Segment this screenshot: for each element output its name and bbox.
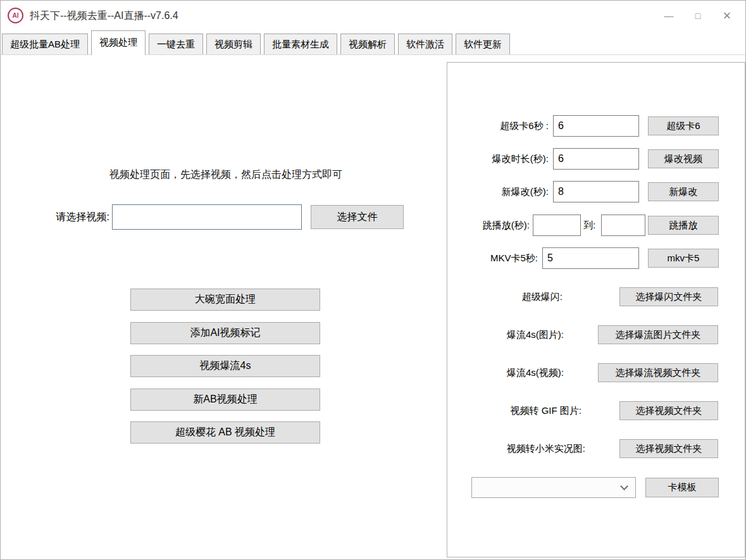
select-burst-image-folder-button[interactable]: 选择爆流图片文件夹 [598,325,718,344]
jump-from-input[interactable] [533,215,581,236]
tab-batch-material[interactable]: 批量素材生成 [264,34,337,54]
super-flash-row: 超级爆闪: 选择爆闪文件夹 [447,287,745,306]
instruction-text: 视频处理页面，先选择视频，然后点击处理方式即可 [64,168,388,182]
select-video-folder-gif-button[interactable]: 选择视频文件夹 [619,401,718,420]
burst4s-image-row: 爆流4s(图片): 选择爆流图片文件夹 [447,325,745,344]
video-to-gif-row: 视频转 GIF 图片: 选择视频文件夹 [447,401,745,420]
burst-duration-row: 爆改时长(秒): 爆改视频 [447,148,745,170]
mkv-card5-row: MKV卡5秒: mkv卡5 [447,247,745,269]
jump-play-row: 跳播放(秒): 到: 跳播放 [447,215,745,236]
burst-duration-input[interactable] [553,148,639,170]
select-video-label: 请选择视频: [26,204,109,230]
right-panel: 超级卡6秒 : 超级卡6 爆改时长(秒): 爆改视频 新爆改(秒): 新爆改 跳… [447,62,745,557]
super-card6-label: 超级卡6秒 : [447,115,549,137]
mkv-card5-input[interactable] [542,247,639,269]
window-title: 抖天下--视频去重--AI直播--v7.6.4 [30,1,178,30]
tab-super-batch-ab[interactable]: 超级批量AB处理 [2,34,88,54]
video-to-xiaomi-live-label: 视频转小米实况图: [447,439,585,458]
tab-video-process[interactable]: 视频处理 [91,30,146,55]
app-logo-icon: AI [8,8,23,23]
jump-to-label: 到: [583,215,599,236]
close-icon[interactable]: × [712,1,742,30]
card-template-row: 卡模板 [447,477,745,499]
tab-one-key-dedup[interactable]: 一键去重 [149,34,203,54]
super-card6-button[interactable]: 超级卡6 [648,116,719,135]
new-ab-video-process-button[interactable]: 新AB视频处理 [130,389,320,411]
mkv-card5-button[interactable]: mkv卡5 [648,249,719,268]
select-file-button[interactable]: 选择文件 [311,205,404,229]
super-card6-input[interactable] [553,115,639,137]
minimize-icon[interactable]: — [654,1,683,30]
maximize-icon[interactable]: □ [683,1,712,30]
tab-video-edit[interactable]: 视频剪辑 [206,34,261,54]
video-to-xiaomi-live-row: 视频转小米实况图: 选择视频文件夹 [447,439,745,458]
jump-play-label: 跳播放(秒): [447,215,530,236]
burst4s-image-label: 爆流4s(图片): [447,325,564,344]
app-window: AI 抖天下--视频去重--AI直播--v7.6.4 — □ × 超级批量AB处… [0,0,746,560]
big-bowl-wide-noodle-button[interactable]: 大碗宽面处理 [130,289,320,311]
super-flash-label: 超级爆闪: [447,287,563,306]
chevron-down-icon [620,482,628,490]
tab-software-update[interactable]: 软件更新 [456,34,510,54]
titlebar: AI 抖天下--视频去重--AI直播--v7.6.4 — □ × [1,1,745,30]
super-card6-row: 超级卡6秒 : 超级卡6 [447,115,745,137]
jump-to-input[interactable] [601,215,645,236]
tab-video-parse[interactable]: 视频解析 [340,34,395,54]
template-dropdown[interactable] [471,477,636,498]
select-video-input[interactable] [112,204,302,230]
tab-bar: 超级批量AB处理 视频处理 一键去重 视频剪辑 批量素材生成 视频解析 软件激活… [1,30,745,55]
video-burst-4s-button[interactable]: 视频爆流4s [130,355,320,377]
select-video-folder-live-button[interactable]: 选择视频文件夹 [619,439,718,458]
new-burst-row: 新爆改(秒): 新爆改 [447,181,745,202]
select-flash-folder-button[interactable]: 选择爆闪文件夹 [619,287,718,306]
new-burst-button[interactable]: 新爆改 [648,182,719,201]
tab-software-activate[interactable]: 软件激活 [398,34,452,54]
video-to-gif-label: 视频转 GIF 图片: [447,401,581,420]
add-ai-video-mark-button[interactable]: 添加AI视频标记 [130,322,320,344]
select-burst-video-folder-button[interactable]: 选择爆流视频文件夹 [598,363,718,382]
mkv-card5-label: MKV卡5秒: [447,247,538,269]
burst4s-video-label: 爆流4s(视频): [447,363,564,382]
window-controls: — □ × [654,1,742,30]
burst4s-video-row: 爆流4s(视频): 选择爆流视频文件夹 [447,363,745,382]
app-logo-text: AI [13,12,19,19]
card-template-button[interactable]: 卡模板 [645,478,719,497]
new-burst-label: 新爆改(秒): [447,181,549,202]
jump-play-button[interactable]: 跳播放 [648,216,719,235]
super-sakura-ab-button[interactable]: 超级樱花 AB 视频处理 [130,421,320,444]
new-burst-input[interactable] [553,181,639,202]
burst-duration-label: 爆改时长(秒): [447,148,549,170]
burst-video-button[interactable]: 爆改视频 [648,149,719,168]
